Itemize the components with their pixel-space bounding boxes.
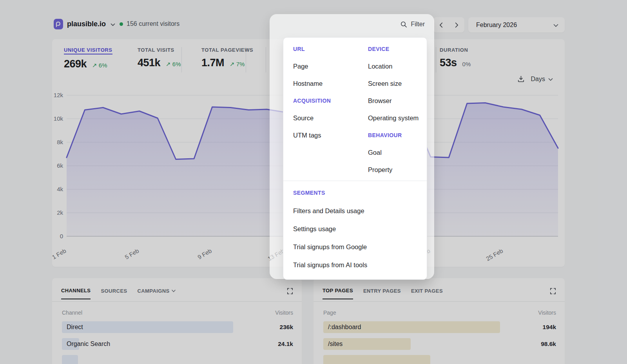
menu-item-utm-tags[interactable]: UTM tags: [293, 132, 321, 139]
menu-item-segment-filters-details-usage[interactable]: Filters and Details usage: [293, 207, 364, 215]
group-title-url: URL: [293, 46, 305, 52]
menu-item-property[interactable]: Property: [368, 166, 392, 174]
group-title-acquisition: ACQUISITION: [293, 98, 331, 104]
filter-menu-right-column: DEVICE Location Screen size Browser Oper…: [368, 40, 427, 178]
search-icon: [400, 21, 407, 28]
filter-button[interactable]: Filter: [400, 21, 425, 28]
menu-item-page[interactable]: Page: [293, 63, 308, 70]
menu-item-segment-trial-signups-google[interactable]: Trial signups from Google: [293, 243, 367, 251]
filter-menu-columns: URL Page Hostname ACQUISITION Source UTM…: [283, 38, 427, 181]
filter-button-label: Filter: [411, 21, 425, 28]
menu-item-screen-size[interactable]: Screen size: [368, 80, 402, 87]
menu-item-goal[interactable]: Goal: [368, 149, 382, 156]
filter-menu-left-column: URL Page Hostname ACQUISITION Source UTM…: [293, 40, 368, 178]
filter-menu: URL Page Hostname ACQUISITION Source UTM…: [283, 37, 427, 280]
group-title-device: DEVICE: [368, 46, 390, 52]
menu-item-segment-trial-signups-ai-tools[interactable]: Trial signups from AI tools: [293, 261, 367, 269]
menu-item-operating-system[interactable]: Operating system: [368, 114, 419, 122]
menu-item-source[interactable]: Source: [293, 114, 314, 122]
menu-item-browser[interactable]: Browser: [368, 97, 392, 105]
menu-item-segment-settings-usage[interactable]: Settings usage: [293, 225, 336, 233]
menu-item-location[interactable]: Location: [368, 63, 392, 70]
group-title-segments: SEGMENTS: [293, 190, 325, 196]
menu-item-hostname[interactable]: Hostname: [293, 80, 323, 87]
segments-section: SEGMENTS Filters and Details usage Setti…: [283, 181, 427, 279]
group-title-behaviour: BEHAVIOUR: [368, 132, 402, 138]
filter-modal: Filter URL Page Hostname ACQUISITION Sou…: [270, 14, 434, 279]
